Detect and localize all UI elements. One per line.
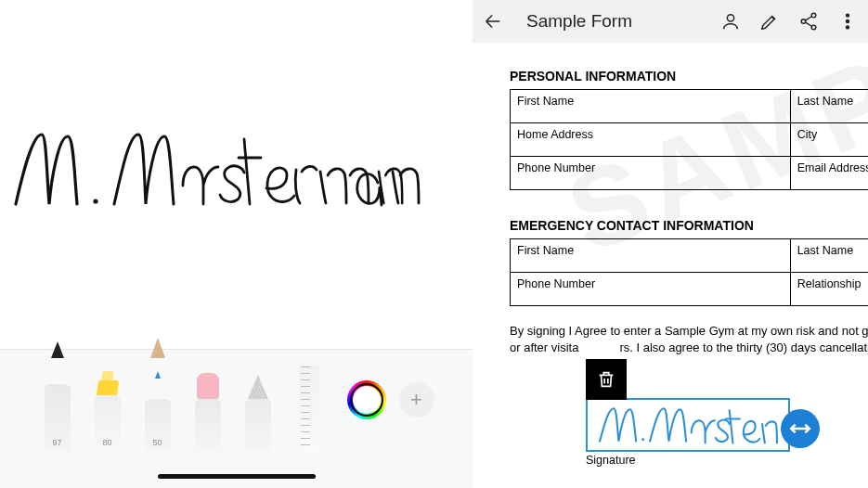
section-heading-emergency: EMERGENCY CONTACT INFORMATION bbox=[510, 218, 868, 233]
color-picker[interactable] bbox=[347, 380, 386, 419]
agreement-text: By signing I Agree to enter a Sample Gym… bbox=[510, 323, 868, 355]
signature-area: Signature Da bbox=[510, 361, 868, 463]
delete-signature-button[interactable] bbox=[586, 359, 627, 400]
personal-info-table: First Name Last Name Home Address City P… bbox=[510, 89, 868, 190]
eraser-tool[interactable] bbox=[189, 358, 227, 451]
field-ec-phone[interactable]: Phone Number bbox=[511, 273, 791, 306]
svg-point-7 bbox=[847, 26, 849, 29]
field-home-address[interactable]: Home Address bbox=[511, 123, 791, 157]
page-title: Sample Form bbox=[526, 11, 632, 32]
drawing-canvas[interactable] bbox=[0, 0, 473, 349]
field-ec-last-name[interactable]: Last Name bbox=[790, 239, 868, 273]
emergency-info-table: First Name Last Name Phone Number Relati… bbox=[510, 238, 868, 306]
field-city[interactable]: City bbox=[790, 123, 868, 157]
share-icon[interactable] bbox=[797, 10, 820, 32]
drawing-toolbar: 97 80 50 bbox=[0, 349, 473, 488]
form-document[interactable]: SAMPLE PERSONAL INFORMATION First Name L… bbox=[473, 43, 868, 463]
field-ec-relationship[interactable]: Relationship bbox=[790, 273, 868, 306]
pen-nib-icon[interactable] bbox=[758, 10, 781, 32]
signature-box[interactable] bbox=[586, 398, 790, 452]
svg-point-6 bbox=[847, 20, 849, 23]
pen-size-label: 97 bbox=[39, 438, 76, 447]
back-button[interactable] bbox=[482, 10, 504, 32]
ruler-tool[interactable] bbox=[290, 358, 329, 451]
person-icon[interactable] bbox=[719, 10, 742, 32]
svg-point-1 bbox=[727, 15, 733, 21]
highlighter-size-label: 80 bbox=[89, 438, 126, 447]
smudge-tool[interactable] bbox=[240, 358, 277, 451]
field-last-name[interactable]: Last Name bbox=[790, 90, 868, 123]
svg-point-0 bbox=[93, 199, 97, 203]
svg-point-5 bbox=[847, 14, 849, 17]
arrows-horizontal-icon bbox=[788, 417, 812, 441]
signature-label: Signature bbox=[586, 454, 636, 467]
form-panel: Sample Form SAMPLE PERSONAL INFORMATION … bbox=[473, 0, 868, 488]
pen-tool[interactable]: 97 bbox=[39, 358, 76, 451]
add-tool-button[interactable]: + bbox=[399, 382, 434, 417]
section-heading-personal: PERSONAL INFORMATION bbox=[510, 69, 868, 83]
move-handle[interactable] bbox=[781, 409, 820, 448]
trash-icon bbox=[596, 369, 616, 390]
svg-point-8 bbox=[641, 438, 644, 441]
pencil-size-label: 50 bbox=[139, 438, 176, 447]
field-phone[interactable]: Phone Number bbox=[511, 157, 791, 190]
home-indicator[interactable] bbox=[158, 474, 316, 479]
more-icon[interactable] bbox=[836, 10, 859, 32]
drawing-panel: 97 80 50 bbox=[0, 0, 473, 488]
pencil-tool[interactable]: 50 bbox=[139, 358, 176, 451]
field-first-name[interactable]: First Name bbox=[511, 90, 791, 123]
field-email[interactable]: Email Address bbox=[790, 157, 868, 190]
form-header: Sample Form bbox=[473, 0, 868, 43]
field-ec-first-name[interactable]: First Name bbox=[511, 239, 791, 273]
handwriting-signature bbox=[5, 116, 441, 227]
highlighter-tool[interactable]: 80 bbox=[89, 358, 126, 451]
placed-signature bbox=[588, 400, 788, 450]
